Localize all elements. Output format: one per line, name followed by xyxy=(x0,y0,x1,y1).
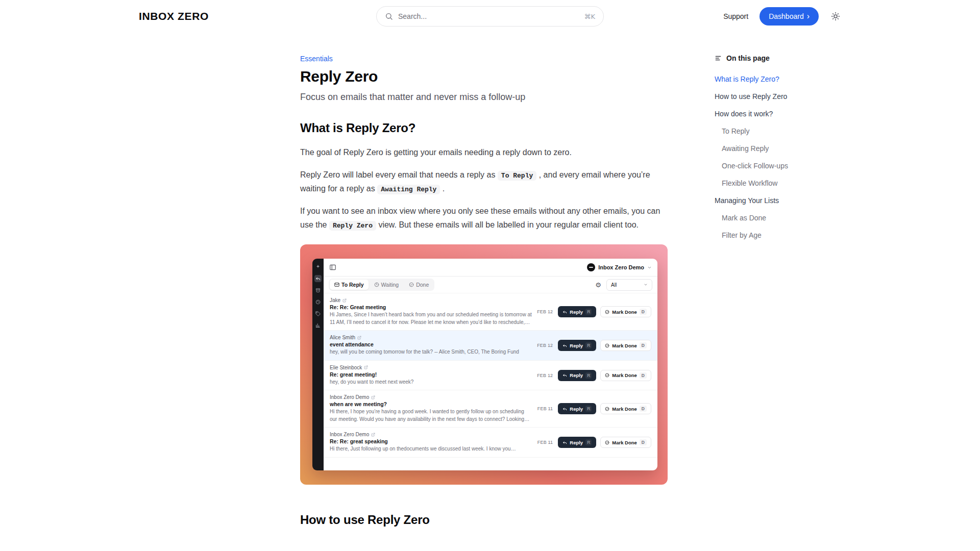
email-subject: Re: Re: Great meeting xyxy=(330,304,532,310)
toc-item-filter-by-age[interactable]: Filter by Age xyxy=(715,231,832,239)
external-link-icon[interactable] xyxy=(342,298,347,303)
check-circle-icon xyxy=(605,343,609,348)
search-bar[interactable]: ⌘K xyxy=(376,6,604,27)
external-link-icon[interactable] xyxy=(357,336,361,340)
search-input[interactable] xyxy=(398,12,579,20)
email-snippet: hey, do you want to meet next week? xyxy=(330,379,532,386)
toc-item-to-reply[interactable]: To Reply xyxy=(715,127,832,135)
toc-item-one-click-follow-ups[interactable]: One-click Follow-ups xyxy=(715,162,832,170)
sun-icon xyxy=(831,12,840,21)
external-link-icon[interactable] xyxy=(364,365,368,369)
paragraph-labels: Reply Zero will label every email that n… xyxy=(300,168,669,196)
tab-waiting-label: Waiting xyxy=(381,282,399,288)
reply-shortcut-key: R xyxy=(585,309,592,315)
mark-done-button[interactable]: Mark Done D xyxy=(600,403,651,414)
reply-button[interactable]: Reply R xyxy=(558,306,596,317)
sidebar-toggle-icon[interactable] xyxy=(329,264,336,271)
sparkles-icon[interactable] xyxy=(314,263,322,270)
top-navbar: INBOX ZERO ⌘K Support Dashboard › xyxy=(0,0,980,33)
reply-tabs-group: To Reply Waiting Done xyxy=(329,279,434,291)
breadcrumb-essentials[interactable]: Essentials xyxy=(300,55,333,63)
tab-done[interactable]: Done xyxy=(404,280,433,290)
theme-toggle-button[interactable] xyxy=(830,11,841,22)
search-icon xyxy=(385,12,393,20)
toc-item-mark-as-done[interactable]: Mark as Done xyxy=(715,214,832,222)
on-this-page-toc: On this page What is Reply Zero? How to … xyxy=(715,54,832,248)
toc-heading-label: On this page xyxy=(726,54,770,62)
check-circle-icon xyxy=(605,373,609,378)
email-sender: Elie Steinbock xyxy=(330,365,362,370)
reply-button[interactable]: Reply R xyxy=(558,340,596,351)
email-sender: Inbox Zero Demo xyxy=(330,432,369,437)
inbox-zero-logo[interactable]: INBOX ZERO xyxy=(139,10,209,22)
email-actions: FEB 12 Reply R Mark Done D xyxy=(537,340,651,351)
code-to-reply: To Reply xyxy=(498,171,536,181)
paragraph-goal: The goal of Reply Zero is getting your e… xyxy=(300,146,669,160)
reply-zero-screenshot: Inbox Zero Demo To Reply Waiting xyxy=(300,244,668,485)
archive-icon[interactable] xyxy=(314,287,322,294)
dashboard-button[interactable]: Dashboard › xyxy=(760,7,819,26)
mail-icon xyxy=(334,282,339,287)
check-circle-icon xyxy=(605,440,609,445)
chart-icon[interactable] xyxy=(314,322,322,329)
paragraph-inbox-view: If you want to see an inbox view where y… xyxy=(300,205,669,232)
email-date: FEB 12 xyxy=(537,309,553,314)
demo-app-window: Inbox Zero Demo To Reply Waiting xyxy=(312,259,657,470)
clock-icon xyxy=(374,282,379,287)
email-date: FEB 12 xyxy=(537,373,553,378)
email-row[interactable]: Alice Smith event attendance hey, will y… xyxy=(324,331,657,361)
gear-icon[interactable]: ⚙ xyxy=(595,282,601,288)
section-heading-how-to-use: How to use Reply Zero xyxy=(300,513,669,527)
email-actions: FEB 11 Reply R Mark Done D xyxy=(537,403,651,414)
code-awaiting-reply: Awaiting Reply xyxy=(377,185,440,194)
toc-item-awaiting-reply[interactable]: Awaiting Reply xyxy=(715,144,832,153)
external-link-icon[interactable] xyxy=(371,433,375,437)
reply-shortcut-key: R xyxy=(585,406,592,412)
email-subject: Re: Re: great speaking xyxy=(330,438,532,444)
toc-item-managing-your-lists[interactable]: Managing Your Lists xyxy=(715,196,832,205)
email-snippet: Hi there, Just following up on thedocume… xyxy=(330,445,532,453)
mark-done-button[interactable]: Mark Done D xyxy=(600,437,651,448)
account-menu[interactable]: Inbox Zero Demo xyxy=(587,263,652,271)
reply-button-label: Reply xyxy=(570,309,583,315)
mark-done-shortcut-key: D xyxy=(640,372,647,379)
clock-icon[interactable] xyxy=(314,298,322,306)
mark-done-button[interactable]: Mark Done D xyxy=(600,340,651,351)
reply-zero-nav-icon[interactable] xyxy=(314,275,322,282)
tab-to-reply[interactable]: To Reply xyxy=(330,280,369,290)
filter-dropdown[interactable]: All xyxy=(606,279,652,291)
demo-tabbar: To Reply Waiting Done ⚙ xyxy=(324,277,657,293)
email-row[interactable]: Inbox Zero Demo Re: Re: great speaking H… xyxy=(324,428,657,458)
mark-done-button[interactable]: Mark Done D xyxy=(600,306,651,317)
reply-button[interactable]: Reply R xyxy=(558,403,596,414)
reply-button[interactable]: Reply R xyxy=(558,437,596,448)
tag-icon[interactable] xyxy=(314,310,322,317)
check-circle-icon xyxy=(605,310,609,314)
reply-button-label: Reply xyxy=(570,440,583,445)
mark-done-button[interactable]: Mark Done D xyxy=(600,370,651,381)
email-row[interactable]: Elie Steinbock Re: great meeting! hey, d… xyxy=(324,361,657,391)
toc-item-flexible-workflow[interactable]: Flexible Workflow xyxy=(715,179,832,187)
reply-arrow-icon xyxy=(562,343,567,348)
check-circle-icon xyxy=(409,282,414,287)
reply-shortcut-key: R xyxy=(585,372,592,379)
search-shortcut-hint: ⌘K xyxy=(584,13,595,20)
support-link[interactable]: Support xyxy=(723,12,748,20)
email-subject: when are we meeting? xyxy=(330,401,532,407)
toc-item-how-to-use[interactable]: How to use Reply Zero xyxy=(715,92,832,101)
paragraph-labels-text-3: . xyxy=(440,184,445,193)
email-row[interactable]: Inbox Zero Demo when are we meeting? Hi … xyxy=(324,390,657,428)
email-row[interactable]: Jake Re: Re: Great meeting Hi James, Sin… xyxy=(324,293,657,331)
reply-button[interactable]: Reply R xyxy=(558,370,596,381)
email-summary: Inbox Zero Demo Re: Re: great speaking H… xyxy=(330,432,537,453)
demo-sidebar-rail xyxy=(312,259,324,470)
reply-arrow-icon xyxy=(562,407,567,411)
mark-done-shortcut-key: D xyxy=(640,309,647,315)
toc-item-what-is-reply-zero[interactable]: What is Reply Zero? xyxy=(715,75,832,83)
email-sender: Inbox Zero Demo xyxy=(330,394,369,400)
mark-done-button-label: Mark Done xyxy=(612,372,637,378)
section-heading-what-is: What is Reply Zero? xyxy=(300,121,669,135)
toc-item-how-does-it-work[interactable]: How does it work? xyxy=(715,110,832,118)
external-link-icon[interactable] xyxy=(371,395,375,399)
tab-waiting[interactable]: Waiting xyxy=(370,280,404,290)
